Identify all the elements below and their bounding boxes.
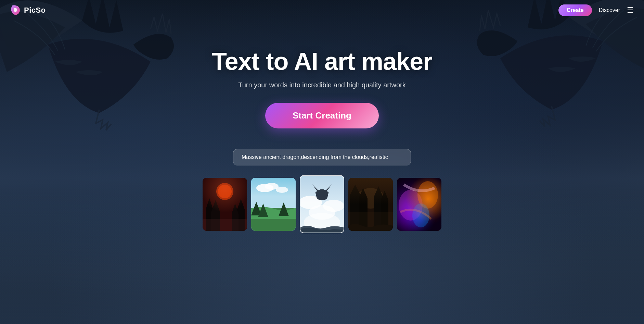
svg-rect-19 bbox=[397, 178, 441, 231]
main-title: Text to AI art maker bbox=[212, 48, 432, 75]
prompt-input[interactable] bbox=[233, 149, 411, 165]
logo[interactable]: PicSo bbox=[10, 5, 46, 16]
thumbnail-1[interactable] bbox=[203, 178, 247, 231]
svg-rect-5 bbox=[251, 178, 296, 209]
thumbnail-2[interactable] bbox=[251, 178, 296, 231]
svg-rect-0 bbox=[203, 178, 247, 231]
prompt-input-wrapper bbox=[233, 149, 411, 165]
hero-content: Text to AI art maker Turn your words int… bbox=[0, 0, 644, 324]
svg-rect-20 bbox=[397, 178, 441, 231]
svg-rect-3 bbox=[203, 219, 247, 231]
navbar: PicSo Create Discover ☰ bbox=[0, 0, 644, 21]
svg-rect-17 bbox=[348, 212, 393, 231]
svg-point-23 bbox=[417, 181, 438, 209]
subtitle: Turn your words into incredible and high… bbox=[238, 81, 406, 89]
discover-button[interactable]: Discover bbox=[599, 7, 620, 13]
svg-rect-15 bbox=[348, 178, 393, 231]
thumbnail-gallery bbox=[203, 175, 441, 233]
thumbnail-4[interactable] bbox=[348, 178, 393, 231]
svg-point-16 bbox=[357, 188, 384, 209]
svg-point-2 bbox=[218, 185, 232, 198]
svg-rect-18 bbox=[397, 178, 441, 231]
svg-rect-21 bbox=[397, 178, 441, 231]
hamburger-menu-icon[interactable]: ☰ bbox=[627, 7, 634, 14]
start-creating-button[interactable]: Start Creating bbox=[265, 103, 379, 128]
nav-right: Create Discover ☰ bbox=[558, 4, 634, 16]
svg-point-8 bbox=[276, 187, 288, 193]
svg-point-1 bbox=[216, 183, 233, 200]
svg-point-22 bbox=[399, 190, 423, 221]
thumbnail-5[interactable] bbox=[397, 178, 441, 231]
logo-text: PicSo bbox=[24, 6, 46, 15]
create-button[interactable]: Create bbox=[558, 4, 592, 16]
svg-point-24 bbox=[412, 203, 429, 227]
thumbnail-3-active[interactable] bbox=[300, 175, 344, 233]
picso-logo-icon bbox=[10, 5, 21, 16]
